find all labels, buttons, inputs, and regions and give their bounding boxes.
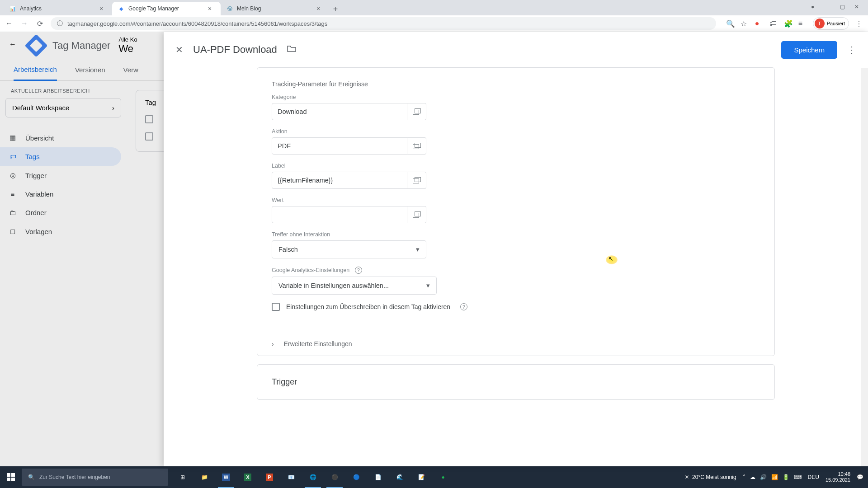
browser-chrome: 📊 Analytics × ◆ Google Tag Manager × Ⓦ M… — [0, 0, 868, 32]
overflow-menu-icon[interactable]: ⋮ — [847, 44, 856, 55]
puzzle-icon[interactable]: 🧩 — [784, 19, 792, 28]
taskbar-search[interactable]: 🔍 Zur Suche Text hier eingeben — [22, 469, 168, 486]
overlay-title[interactable]: UA-PDF Download — [193, 44, 277, 56]
minimize-icon[interactable]: — — [826, 4, 832, 10]
override-checkbox[interactable] — [272, 303, 280, 311]
dot-icon[interactable]: ● — [811, 4, 817, 10]
tab-gtm[interactable]: ◆ Google Tag Manager × — [112, 2, 221, 15]
tab-versionen[interactable]: Versionen — [75, 66, 105, 74]
battery-icon[interactable]: 🔋 — [783, 474, 789, 480]
word-icon[interactable]: W — [215, 466, 237, 488]
field-label: Label — [272, 163, 760, 169]
variable-picker-button[interactable] — [407, 206, 426, 223]
clock[interactable]: 10:48 15.09.2021 — [826, 471, 850, 483]
wifi-icon[interactable]: 📶 — [771, 474, 778, 480]
spotify-icon[interactable]: ● — [432, 466, 454, 488]
edge-icon[interactable]: 🌊 — [389, 466, 410, 488]
obs-icon[interactable]: ⚫ — [324, 466, 345, 488]
select-value: Variable in Einstellungen auswählen... — [278, 282, 389, 289]
folder-icon[interactable] — [287, 45, 296, 54]
save-button[interactable]: Speichern — [781, 41, 837, 59]
back-arrow-icon[interactable]: ← — [9, 40, 20, 51]
zoom-icon[interactable]: 🔍 — [726, 19, 734, 28]
advanced-settings-toggle[interactable]: › Erweiterte Einstellungen — [257, 332, 774, 356]
variable-icon: ≡ — [8, 190, 17, 198]
template-icon: ◻ — [8, 227, 17, 235]
excel-icon[interactable]: X — [237, 466, 259, 488]
url-input[interactable]: ⓘ tagmanager.google.com/#/container/acco… — [51, 17, 716, 30]
close-icon[interactable]: × — [316, 5, 324, 12]
variable-picker-button[interactable] — [407, 172, 426, 189]
field-label: Kategorie — [272, 94, 760, 100]
close-window-icon[interactable]: ✕ — [854, 4, 861, 10]
tab-verwaltung[interactable]: Verw — [123, 66, 138, 74]
star-icon[interactable]: ☆ — [741, 19, 749, 28]
app-icon[interactable]: 📄 — [367, 466, 389, 488]
tab-arbeitsbereich[interactable]: Arbeitsbereich — [14, 59, 57, 81]
checkbox[interactable] — [145, 132, 153, 141]
tab-strip: 📊 Analytics × ◆ Google Tag Manager × Ⓦ M… — [0, 0, 868, 15]
paused-label: Pausiert — [827, 21, 845, 26]
nav-vorlagen[interactable]: ◻Vorlagen — [0, 222, 121, 241]
label-input[interactable] — [272, 172, 407, 189]
maximize-icon[interactable]: ▢ — [840, 4, 846, 10]
nav-trigger[interactable]: ◎Trigger — [0, 166, 121, 185]
scrollbar[interactable] — [861, 68, 868, 466]
close-icon[interactable]: × — [208, 5, 215, 12]
explorer-icon[interactable]: 📁 — [193, 466, 215, 488]
nav-ordner[interactable]: 🗀Ordner — [0, 203, 121, 222]
trigger-panel[interactable]: Trigger — [257, 364, 775, 400]
nav-variablen[interactable]: ≡Variablen — [0, 185, 121, 203]
keyboard-icon[interactable]: ⌨ — [794, 474, 802, 480]
powerpoint-icon[interactable]: P — [259, 466, 280, 488]
cursor-icon: ↖ — [609, 255, 613, 262]
extension-icon[interactable]: ● — [755, 19, 763, 28]
task-view-icon[interactable]: ⊞ — [172, 466, 193, 488]
help-icon[interactable]: ? — [460, 303, 467, 310]
chrome-icon[interactable]: 🌐 — [302, 466, 324, 488]
volume-icon[interactable]: 🔊 — [760, 474, 767, 480]
back-button[interactable]: ← — [5, 19, 14, 28]
variable-picker-button[interactable] — [407, 103, 426, 120]
gtm-favicon-icon: ◆ — [118, 5, 125, 12]
treffer-select[interactable]: Falsch ▾ — [272, 240, 426, 258]
address-bar: ← → ⟳ ⓘ tagmanager.google.com/#/containe… — [0, 15, 868, 32]
tag-extension-icon[interactable]: 🏷 — [769, 19, 778, 28]
tab-blog[interactable]: Ⓦ Mein Blog × — [221, 2, 329, 15]
variable-picker-button[interactable] — [407, 137, 426, 155]
forward-button[interactable]: → — [20, 19, 29, 28]
kategorie-input[interactable] — [272, 103, 407, 120]
nav-tags[interactable]: 🏷Tags — [0, 147, 121, 166]
field-aktion: Aktion — [272, 128, 760, 155]
language-indicator[interactable]: DEU — [808, 474, 819, 480]
profile-paused[interactable]: T Pausiert — [813, 17, 849, 30]
search-icon: 🔍 — [28, 474, 35, 480]
weather-widget[interactable]: ☀ 20°C Meist sonnig — [684, 474, 736, 480]
close-icon[interactable]: × — [99, 5, 107, 12]
workspace-selector[interactable]: Default Workspace › — [5, 98, 121, 117]
app-icon[interactable]: 🔵 — [345, 466, 367, 488]
mail-icon[interactable]: 📧 — [280, 466, 302, 488]
new-tab-button[interactable]: + — [329, 3, 342, 15]
avatar-icon: T — [815, 19, 825, 28]
list-icon[interactable]: ≡ — [798, 19, 807, 28]
workspace-section-label: AKTUELLER ARBEITSBEREICH — [5, 88, 121, 94]
notification-icon[interactable]: 💬 — [857, 474, 863, 480]
menu-icon[interactable]: ⋮ — [855, 19, 863, 28]
notepad-icon[interactable]: 📝 — [410, 466, 432, 488]
help-icon[interactable]: ? — [355, 267, 362, 274]
onedrive-icon[interactable]: ☁ — [750, 474, 755, 480]
close-button[interactable]: ✕ — [175, 44, 183, 55]
chevron-up-icon[interactable]: ˄ — [743, 474, 745, 480]
reload-button[interactable]: ⟳ — [35, 19, 44, 28]
aktion-input[interactable] — [272, 137, 407, 155]
site-info-icon[interactable]: ⓘ — [57, 19, 63, 28]
start-button[interactable] — [0, 466, 22, 488]
wert-input[interactable] — [272, 206, 407, 223]
nav-uebersicht[interactable]: ▦Übersicht — [0, 128, 121, 147]
divider — [257, 322, 774, 322]
ga-settings-select[interactable]: Variable in Einstellungen auswählen... ▾ — [272, 277, 437, 295]
select-value: Falsch — [278, 246, 298, 253]
tab-analytics[interactable]: 📊 Analytics × — [4, 2, 112, 15]
checkbox[interactable] — [145, 115, 153, 123]
